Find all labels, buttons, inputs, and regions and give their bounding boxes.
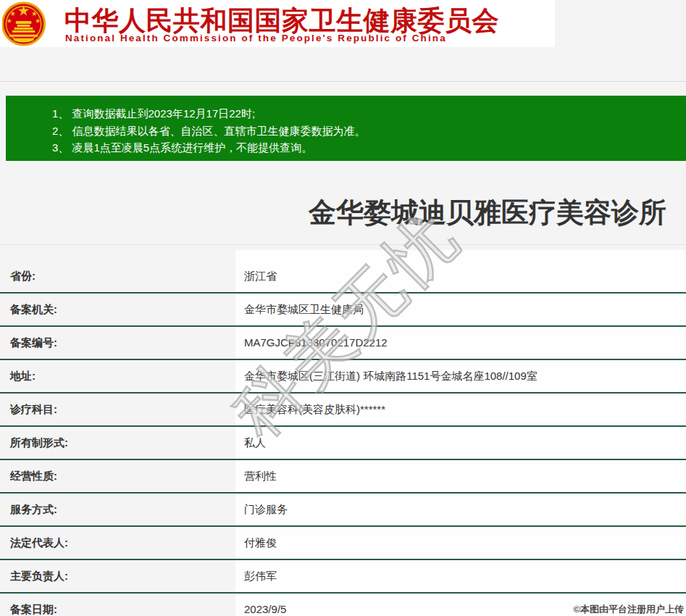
table-row: 法定代表人: 付雅俊 <box>0 527 686 560</box>
institution-title: 金华婺城迪贝雅医疗美容诊所 <box>0 194 666 231</box>
record-table: 省份: 浙江省 备案机关: 金华市婺城区卫生健康局 备案编号: MA7GJCF8… <box>0 260 686 616</box>
table-row: 所有制形式: 私人 <box>0 427 686 460</box>
notice-line-2: 2、 信息数据结果以各省、自治区、直辖市卫生健康委数据为准。 <box>52 122 677 140</box>
field-label: 所有制形式: <box>10 427 227 459</box>
field-label: 法定代表人: <box>10 527 227 559</box>
table-row: 地址: 金华市婺城区(三江街道) 环城南路1151号金城名座108//109室 <box>0 360 686 394</box>
china-national-emblem-icon <box>2 1 48 47</box>
field-value: 金华市婺城区卫生健康局 <box>244 294 679 325</box>
field-label: 主要负责人: <box>10 560 227 592</box>
site-title-en: National Health Commission of the People… <box>65 33 447 43</box>
field-label: 省份: <box>10 260 227 292</box>
field-value: 医疗美容科(美容皮肤科)****** <box>244 394 679 425</box>
notice-line-3: 3、 凌晨1点至凌晨5点系统进行维护，不能提供查询。 <box>52 139 677 157</box>
nhc-record-page: 中华人民共和国国家卫生健康委员会 National Health Commiss… <box>0 0 686 616</box>
field-label: 诊疗科目: <box>10 394 227 425</box>
table-row: 备案编号: MA7GJCF8133070217D2212 <box>0 327 686 360</box>
field-value: 彭伟军 <box>244 560 679 592</box>
upload-credit-badge: ©本图由平台注册用户上传 <box>573 603 684 616</box>
table-row: 经营性质: 营利性 <box>0 460 686 494</box>
header-divider <box>0 81 686 83</box>
field-label: 备案机关: <box>10 294 227 325</box>
table-row: 主要负责人: 彭伟军 <box>0 560 686 594</box>
field-value: 付雅俊 <box>244 527 679 559</box>
notice-line-1: 1、 查询数据截止到2023年12月17日22时; <box>52 105 677 122</box>
field-label: 服务方式: <box>10 494 227 525</box>
table-row: 服务方式: 门诊服务 <box>0 494 686 527</box>
field-value: MA7GJCF8133070217D2212 <box>244 327 679 359</box>
table-row: 省份: 浙江省 <box>0 260 686 294</box>
site-header: 中华人民共和国国家卫生健康委员会 National Health Commiss… <box>0 0 555 47</box>
table-row: 备案机关: 金华市婺城区卫生健康局 <box>0 294 686 327</box>
field-label: 经营性质: <box>10 460 227 492</box>
table-row: 诊疗科目: 医疗美容科(美容皮肤科)****** <box>0 394 686 427</box>
field-value: 浙江省 <box>244 260 679 292</box>
title-divider <box>0 244 686 245</box>
field-value: 营利性 <box>244 460 679 492</box>
notice-banner: 1、 查询数据截止到2023年12月17日22时; 2、 信息数据结果以各省、自… <box>6 96 686 161</box>
field-value: 门诊服务 <box>244 494 679 525</box>
field-label: 备案日期: <box>10 594 227 616</box>
field-label: 地址: <box>10 360 227 392</box>
field-value: 金华市婺城区(三江街道) 环城南路1151号金城名座108//109室 <box>244 360 679 392</box>
field-label: 备案编号: <box>10 327 227 359</box>
field-value: 私人 <box>244 427 679 459</box>
